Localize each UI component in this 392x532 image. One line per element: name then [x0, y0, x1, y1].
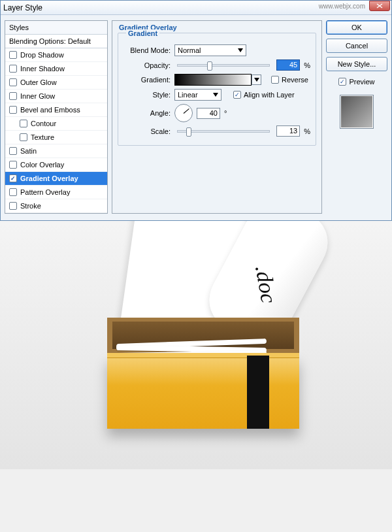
angle-dial[interactable]	[174, 104, 193, 122]
style-checkbox[interactable]	[20, 120, 27, 127]
gradient-overlay-panel: Gradient Overlay Gradient Blend Mode: No…	[112, 20, 322, 214]
dialog-body: Styles Blending Options: Default Drop Sh…	[1, 15, 391, 220]
style-checkbox[interactable]	[9, 175, 17, 182]
opacity-slider-thumb[interactable]	[207, 61, 212, 71]
style-item-label: Outer Glow	[20, 78, 57, 86]
style-item-label: Inner Shadow	[20, 65, 65, 73]
box-lip	[107, 353, 299, 358]
gradient-dropdown[interactable]	[252, 75, 261, 85]
scale-label: Scale:	[123, 127, 171, 135]
reverse-checkbox[interactable]: Reverse	[271, 76, 308, 84]
styles-header[interactable]: Styles	[5, 21, 107, 35]
angle-value[interactable]: 40	[197, 108, 220, 119]
ok-button[interactable]: OK	[326, 20, 387, 35]
box-stripe	[247, 356, 269, 429]
reverse-check-icon	[271, 76, 279, 84]
align-check-icon	[233, 91, 241, 99]
preview-label: Preview	[349, 78, 374, 86]
style-checkbox[interactable]	[9, 202, 17, 210]
ok-label: OK	[351, 24, 362, 31]
style-item-stroke[interactable]: Stroke	[5, 199, 107, 213]
styles-panel: Styles Blending Options: Default Drop Sh…	[5, 20, 108, 214]
blend-mode-value: Normal	[178, 46, 201, 54]
style-checkbox[interactable]	[9, 78, 17, 86]
style-item-contour[interactable]: Contour	[5, 117, 107, 131]
style-item-gradient-overlay[interactable]: Gradient Overlay	[5, 172, 107, 186]
opacity-value[interactable]: 45	[276, 59, 300, 71]
style-checkbox[interactable]	[9, 106, 17, 114]
layer-style-dialog: Layer Style www.webjx.com Styles Blendin…	[0, 0, 392, 221]
close-icon	[376, 3, 383, 8]
cancel-label: Cancel	[346, 42, 368, 50]
cancel-button[interactable]: Cancel	[326, 39, 387, 53]
style-item-pattern-overlay[interactable]: Pattern Overlay	[5, 186, 107, 199]
opacity-slider[interactable]	[177, 64, 270, 67]
style-label: Style:	[123, 91, 171, 99]
gradient-legend: Gradient	[126, 29, 159, 37]
style-item-color-overlay[interactable]: Color Overlay	[5, 158, 107, 172]
titlebar[interactable]: Layer Style www.webjx.com	[1, 1, 391, 15]
opacity-unit: %	[304, 61, 310, 69]
angle-unit: °	[224, 109, 227, 117]
box-top	[107, 318, 299, 356]
style-item-label: Bevel and Emboss	[20, 106, 80, 114]
style-checkbox[interactable]	[9, 147, 17, 155]
box-illustration: .doc	[107, 318, 303, 429]
scale-unit: %	[304, 127, 310, 135]
style-checkbox[interactable]	[9, 188, 17, 196]
style-value: Linear	[178, 91, 198, 99]
style-checkbox[interactable]	[20, 133, 27, 141]
style-item-label: Pattern Overlay	[20, 188, 70, 196]
gradient-fieldset: Gradient Blend Mode: Normal Opacity: 45 …	[118, 33, 316, 146]
scale-slider[interactable]	[177, 130, 270, 133]
style-item-label: Stroke	[20, 202, 41, 210]
style-item-outer-glow[interactable]: Outer Glow	[5, 76, 107, 90]
style-item-bevel-and-emboss[interactable]: Bevel and Emboss	[5, 103, 107, 117]
gradient-swatch[interactable]	[174, 74, 252, 86]
style-item-label: Contour	[31, 120, 56, 127]
style-select[interactable]: Linear	[174, 89, 221, 101]
style-item-label: Inner Glow	[20, 92, 55, 100]
style-checkbox[interactable]	[9, 161, 17, 169]
preview-check-icon	[338, 78, 346, 86]
box-front	[107, 356, 299, 429]
style-row: Style: Linear Align with Layer	[123, 89, 310, 101]
angle-label: Angle:	[123, 109, 171, 117]
opacity-row: Opacity: 45 %	[123, 59, 310, 71]
watermark: www.webjx.com	[319, 3, 365, 10]
style-item-label: Gradient Overlay	[20, 175, 78, 182]
scale-value[interactable]: 13	[276, 125, 300, 137]
gradient-row: Gradient: Reverse	[123, 74, 310, 86]
new-style-label: New Style...	[338, 60, 376, 68]
window-title: Layer Style	[3, 3, 42, 12]
style-checkbox[interactable]	[9, 51, 17, 59]
style-item-label: Satin	[20, 147, 37, 155]
opacity-label: Opacity:	[123, 61, 171, 69]
align-checkbox[interactable]: Align with Layer	[233, 91, 295, 99]
scale-slider-thumb[interactable]	[186, 127, 191, 137]
artwork-area: .doc	[0, 221, 392, 469]
style-checkbox[interactable]	[9, 65, 17, 73]
style-item-satin[interactable]: Satin	[5, 144, 107, 158]
scale-row: Scale: 13 %	[123, 125, 310, 137]
preview-swatch	[340, 95, 374, 129]
preview-checkbox[interactable]: Preview	[326, 78, 387, 86]
reverse-label: Reverse	[282, 76, 308, 84]
blend-mode-select[interactable]: Normal	[174, 44, 246, 56]
style-item-label: Texture	[31, 133, 54, 141]
gradient-label: Gradient:	[123, 76, 171, 84]
style-item-drop-shadow[interactable]: Drop Shadow	[5, 48, 107, 62]
style-item-texture[interactable]: Texture	[5, 131, 107, 144]
align-label: Align with Layer	[244, 91, 295, 99]
angle-row: Angle: 40 °	[123, 104, 310, 122]
right-column: OK Cancel New Style... Preview	[326, 20, 387, 214]
style-item-label: Drop Shadow	[20, 51, 64, 59]
close-button[interactable]	[369, 1, 390, 11]
blending-options-item[interactable]: Blending Options: Default	[5, 35, 107, 48]
new-style-button[interactable]: New Style...	[326, 57, 387, 71]
style-item-inner-glow[interactable]: Inner Glow	[5, 90, 107, 103]
style-item-label: Color Overlay	[20, 161, 64, 169]
blend-mode-row: Blend Mode: Normal	[123, 44, 310, 56]
style-checkbox[interactable]	[9, 92, 17, 100]
style-item-inner-shadow[interactable]: Inner Shadow	[5, 62, 107, 76]
